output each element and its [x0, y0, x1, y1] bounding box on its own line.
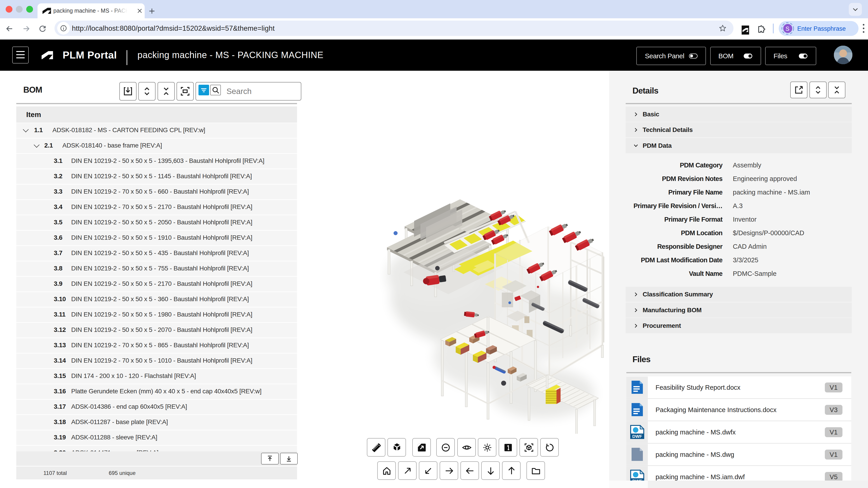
svg-text:DWF: DWF — [632, 434, 642, 439]
